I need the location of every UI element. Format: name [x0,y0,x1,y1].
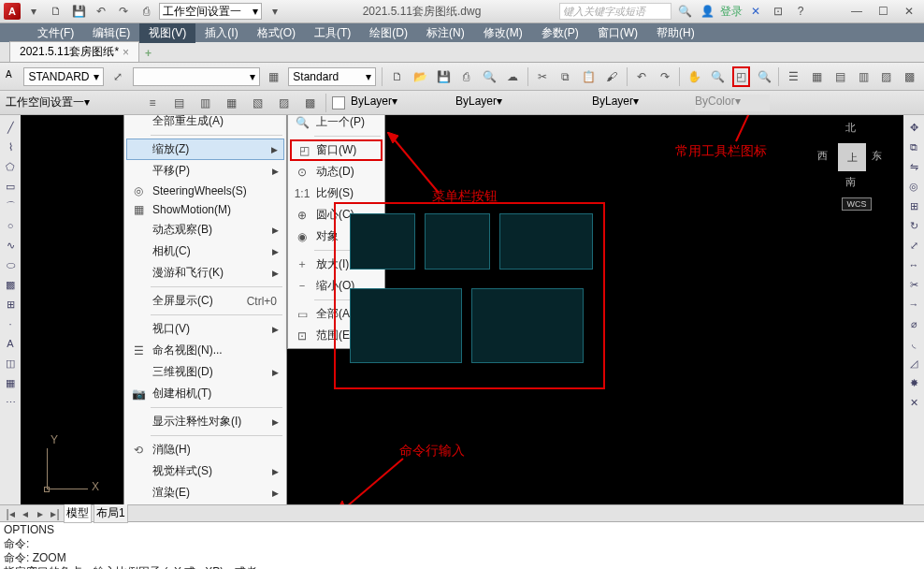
close-button[interactable]: ✕ [898,3,920,20]
menu-item[interactable]: 格式(O) [248,23,305,43]
zoom-prev-icon[interactable]: 🔍 [756,66,773,87]
wcs-label[interactable]: WCS [842,197,872,211]
calc-icon[interactable]: ▩ [901,66,918,87]
workspace-combo-2[interactable]: 工作空间设置一▾ [6,95,137,111]
open-file-icon[interactable]: 📂 [411,66,429,87]
search-icon[interactable]: 🔍 [675,2,694,21]
block-icon[interactable]: ⊞ [2,296,19,313]
doc-tab[interactable]: 2021.5.11套房图纸* × [9,41,139,62]
autodesk-icon[interactable]: ⊡ [769,2,787,21]
textstyle-icon[interactable]: A [6,69,18,84]
redo-icon[interactable]: ↷ [656,66,673,87]
signin-icon[interactable]: 👤 [698,2,716,21]
menu-item[interactable]: 窗口(W) [588,23,647,43]
menu-item[interactable]: 帮助(H) [647,23,704,43]
array-icon[interactable]: ⊞ [905,197,922,214]
dcenter-icon[interactable]: ▦ [808,66,826,87]
submenu-item[interactable]: ◰窗口(W) [290,139,383,161]
menu-item[interactable]: 三维视图(D)▶ [126,361,284,383]
region-icon[interactable]: ◫ [2,355,19,372]
line-icon[interactable]: ╱ [2,119,19,136]
pan-icon[interactable]: ✋ [686,66,703,87]
layer-icon[interactable]: ▦ [221,93,241,113]
layer-icon[interactable]: ▧ [247,93,267,113]
break-icon[interactable]: ⌀ [905,315,922,332]
menu-item[interactable]: 渲染(E)▶ [126,482,284,503]
menu-item[interactable]: 相机(C)▶ [126,241,284,262]
app-logo[interactable]: A [4,3,21,20]
print-icon[interactable]: ⎙ [137,2,155,21]
menu-item[interactable]: 文件(F) [28,23,83,43]
help-search[interactable]: 键入关键字或短语 [559,3,671,20]
erase-icon[interactable]: ✕ [905,394,922,411]
color-swatch[interactable] [332,96,345,109]
undo-icon[interactable]: ↶ [633,66,651,87]
menu-item[interactable]: ≡运动路径动画(M)... [126,503,284,504]
menu-item[interactable]: 插入(I) [195,23,247,43]
menu-item[interactable]: ◎SteeringWheels(S) [126,182,284,200]
nav-button[interactable]: |◂ [4,507,17,520]
menu-item[interactable]: 视图(V) [139,23,195,43]
nav-button[interactable]: ▸| [49,507,62,520]
hatch-icon[interactable]: ▩ [2,276,19,293]
layer-icon[interactable]: ▥ [195,93,215,113]
zoom-realtime-icon[interactable]: 🔍 [709,66,727,87]
plot-icon[interactable]: ⎙ [457,66,475,87]
menu-item[interactable]: 视觉样式(S)▶ [126,460,284,482]
paste-icon[interactable]: 📋 [580,66,598,87]
preview-icon[interactable]: 🔍 [481,66,498,87]
menu-item[interactable]: 编辑(E) [83,23,139,43]
menu-item[interactable]: ☰命名视图(N)... [126,340,284,361]
rotate-icon[interactable]: ↻ [905,217,922,234]
menu-item[interactable]: 视口(V)▶ [126,318,284,340]
toolpalette-icon[interactable]: ▤ [831,66,849,87]
submenu-item[interactable]: 🔍上一个(P) [290,115,383,133]
layer-icon[interactable]: ▨ [273,93,294,113]
nav-button[interactable]: ◂ [19,507,32,520]
scale-icon[interactable]: ⤢ [905,237,922,254]
properties-icon[interactable]: ☰ [785,66,802,87]
menu-item[interactable]: 全屏显示(C)Ctrl+0 [126,290,284,312]
menu-item[interactable]: 漫游和飞行(K)▶ [126,262,284,284]
menu-item[interactable]: 绘图(D) [360,23,417,43]
open-icon[interactable]: 🗋 [47,2,65,21]
menu-item[interactable]: 📷创建相机(T) [126,383,284,404]
markup-icon[interactable]: ▨ [877,66,895,87]
more-icon[interactable]: ⋯ [2,394,19,411]
rect-icon[interactable]: ▭ [2,178,19,195]
fillet-icon[interactable]: ◟ [905,335,922,352]
zoom-window-icon[interactable]: ◰ [732,66,750,87]
save-icon[interactable]: 💾 [69,2,88,21]
extend-icon[interactable]: → [905,296,922,313]
publish-icon[interactable]: ☁ [504,66,522,87]
workspace-combo[interactable]: 工作空间设置一▾ [159,3,262,20]
save-file-icon[interactable]: 💾 [435,66,453,87]
viewcube[interactable]: 北 东 南 西 上 [819,124,885,190]
nav-button[interactable]: ▸ [34,507,47,520]
offset-icon[interactable]: ◎ [905,178,922,195]
text-icon[interactable]: A [2,335,19,352]
menu-item[interactable]: 显示注释性对象(I)▶ [126,411,284,432]
dim-style-combo[interactable]: ▾ [133,67,260,86]
linetype-combo[interactable]: ByLayer▾ [450,95,581,111]
tablestyle-icon[interactable]: ▦ [266,66,283,87]
menu-item[interactable]: 标注(N) [417,23,474,43]
layer-mgr-icon[interactable]: ≡ [142,93,163,113]
drawing-canvas[interactable]: ↺重画(R)重生成(G)全部重生成(A)缩放(Z)▶平移(P)▶◎Steerin… [21,115,903,504]
table-icon[interactable]: ▦ [2,374,19,391]
spline-icon[interactable]: ∿ [2,237,19,254]
layout-tab[interactable]: 模型 [64,503,92,523]
new-file-icon[interactable]: 🗋 [388,66,406,87]
cut-icon[interactable]: ✂ [534,66,552,87]
trim-icon[interactable]: ✂ [905,276,922,293]
help-icon[interactable]: ? [791,2,810,21]
undo-icon[interactable]: ↶ [92,2,110,21]
lineweight-combo[interactable]: ByLayer▾ [586,95,689,111]
arc-icon[interactable]: ⌒ [2,197,19,214]
viewcube-face[interactable]: 上 [838,143,866,171]
table-style-combo[interactable]: Standard▾ [288,67,376,86]
layer-icon[interactable]: ▩ [299,93,320,113]
menu-item[interactable]: 平移(P)▶ [126,160,284,182]
submenu-item[interactable]: ⊙动态(D) [290,161,383,182]
layout-tab[interactable]: 布局1 [94,503,128,523]
